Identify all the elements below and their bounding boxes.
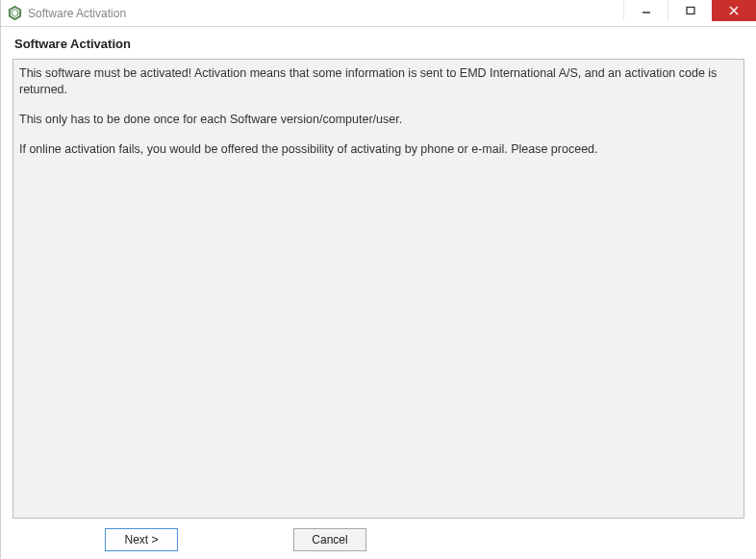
minimize-button[interactable] — [623, 0, 668, 21]
window-title: Software Activation — [28, 7, 623, 20]
close-button[interactable] — [712, 0, 756, 21]
svg-marker-1 — [12, 10, 18, 17]
page-title: Software Activation — [1, 27, 756, 59]
window-controls — [623, 0, 756, 26]
info-paragraph-2: This only has to be done once for each S… — [19, 112, 738, 128]
next-button[interactable]: Next > — [105, 528, 178, 551]
app-icon — [7, 6, 22, 21]
svg-rect-3 — [687, 8, 694, 14]
activation-info-panel: This software must be activated! Activat… — [13, 59, 744, 519]
info-paragraph-3: If online activation fails, you would be… — [19, 141, 738, 158]
cancel-button[interactable]: Cancel — [293, 528, 366, 551]
info-paragraph-1: This software must be activated! Activat… — [19, 65, 738, 98]
titlebar: Software Activation — [1, 0, 756, 27]
button-row: Next > Cancel — [1, 519, 756, 551]
maximize-button[interactable] — [668, 0, 712, 21]
